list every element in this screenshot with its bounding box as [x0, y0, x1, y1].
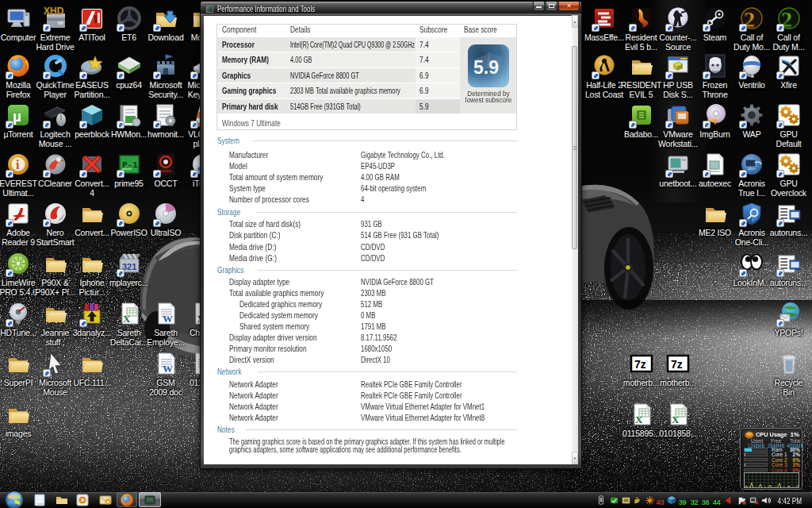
- svg-text:5.9: 5.9: [473, 57, 499, 78]
- svg-text:X: X: [672, 414, 680, 425]
- svg-text:X: X: [635, 414, 643, 425]
- svg-text:7z: 7z: [671, 358, 683, 371]
- svg-text:µ: µ: [13, 108, 21, 125]
- svg-text:7z: 7z: [634, 358, 646, 371]
- svg-text:W: W: [163, 363, 173, 375]
- svg-text:W: W: [163, 313, 173, 325]
- svg-text:i: i: [16, 158, 20, 171]
- svg-text:X: X: [123, 313, 131, 325]
- svg-text:XHD: XHD: [44, 6, 64, 17]
